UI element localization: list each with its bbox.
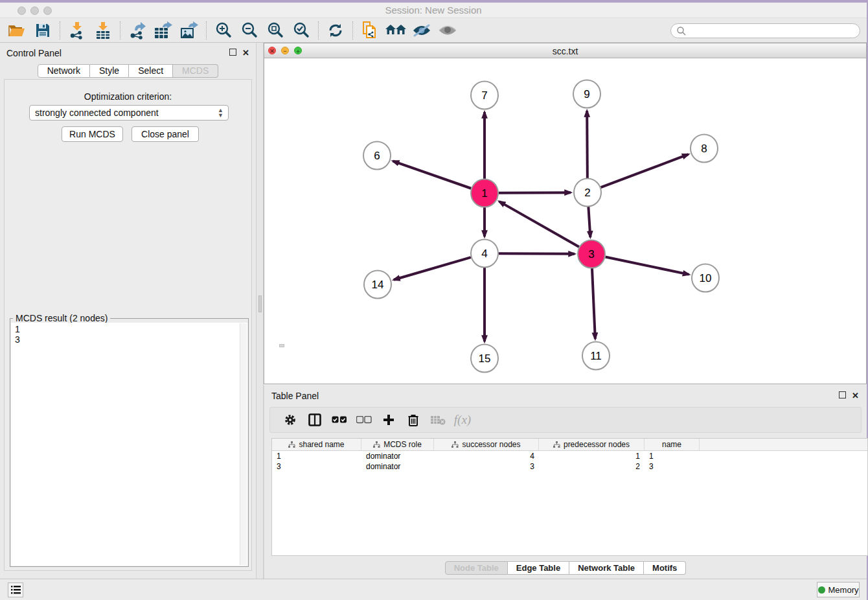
- homes-icon[interactable]: [383, 20, 409, 41]
- column-header-MCDS-role[interactable]: MCDS role: [361, 439, 434, 450]
- control-panel: Control Panel ✕ NetworkStyleSelectMCDS O…: [0, 43, 256, 579]
- edge-3-1[interactable]: [499, 202, 579, 247]
- table-row-0[interactable]: 1dominator411: [272, 451, 867, 461]
- tab-edge-table[interactable]: Edge Table: [508, 561, 569, 575]
- memory-status-icon: [818, 586, 825, 594]
- cell-name[interactable]: 3: [645, 461, 700, 472]
- network-window: ✕ − ＋ scc.txt 7968124314101511: [264, 43, 867, 384]
- node-label-2: 2: [584, 187, 590, 199]
- dropdown-stepper-icon: ▲▼: [218, 108, 223, 118]
- edge-1-6[interactable]: [393, 161, 472, 189]
- node-label-11: 11: [590, 350, 602, 362]
- horizontal-splitter-handle[interactable]: [279, 344, 284, 347]
- node-label-10: 10: [700, 272, 712, 284]
- column-header-shared-name[interactable]: shared name: [272, 439, 361, 450]
- save-icon[interactable]: [30, 20, 56, 41]
- edge-3-10[interactable]: [606, 257, 689, 275]
- export-network-icon[interactable]: [124, 20, 150, 41]
- tab-select[interactable]: Select: [129, 64, 173, 78]
- close-panel-icon[interactable]: ✕: [242, 48, 249, 58]
- column-label: MCDS role: [383, 440, 422, 449]
- show-eye-icon[interactable]: [435, 20, 461, 41]
- network-window-titlebar[interactable]: ✕ − ＋ scc.txt: [264, 43, 866, 58]
- delete-table-icon[interactable]: [426, 410, 450, 430]
- mcds-result-title: MCDS result (2 nodes): [13, 313, 110, 323]
- edge-4-3[interactable]: [499, 253, 575, 254]
- float-panel-icon[interactable]: [229, 48, 236, 58]
- edge-2-9[interactable]: [587, 111, 588, 178]
- split-columns-icon[interactable]: [303, 410, 327, 430]
- control-panel-tabs: NetworkStyleSelectMCDS: [0, 64, 256, 78]
- cell-name[interactable]: 1: [645, 451, 700, 461]
- node-label-8: 8: [701, 143, 707, 155]
- cell-predecessor-nodes[interactable]: 2: [539, 461, 645, 472]
- node-label-1: 1: [481, 187, 487, 200]
- tab-network-table[interactable]: Network Table: [569, 561, 644, 575]
- export-table-icon[interactable]: [150, 20, 176, 41]
- zoom-in-icon[interactable]: [211, 20, 236, 41]
- column-label: shared name: [299, 440, 344, 449]
- function-icon: f(x): [450, 410, 475, 430]
- zoom-out-icon[interactable]: [236, 20, 262, 41]
- open-folder-icon[interactable]: [4, 20, 30, 41]
- hide-eye-icon[interactable]: [409, 20, 435, 41]
- table-panel-tabs: Node TableEdge TableNetwork TableMotifs: [264, 561, 867, 575]
- cell-predecessor-nodes[interactable]: 1: [539, 451, 645, 461]
- cell-successor-nodes[interactable]: 4: [434, 451, 539, 461]
- node-label-7: 7: [481, 89, 487, 102]
- edge-4-14[interactable]: [394, 257, 471, 280]
- column-header-name[interactable]: name: [645, 439, 700, 450]
- cell-shared-name[interactable]: 3: [272, 461, 361, 472]
- run-mcds-button[interactable]: Run MCDS: [62, 126, 123, 142]
- import-network-icon[interactable]: [64, 20, 90, 41]
- close-panel-button[interactable]: Close panel: [131, 126, 199, 142]
- cell-successor-nodes[interactable]: 3: [434, 461, 539, 472]
- refresh-icon[interactable]: [323, 20, 348, 41]
- tab-node-table[interactable]: Node Table: [445, 561, 508, 575]
- zoom-selected-icon[interactable]: [288, 20, 314, 41]
- close-table-panel-icon[interactable]: ✕: [852, 391, 859, 400]
- edge-3-11[interactable]: [592, 268, 595, 339]
- edge-1-2[interactable]: [499, 192, 571, 193]
- table-panel: Table Panel ✕ f(x): [264, 386, 867, 579]
- column-label: predecessor nodes: [564, 440, 630, 449]
- criterion-dropdown[interactable]: strongly connected component ▲▼: [29, 105, 229, 121]
- import-table-icon[interactable]: [90, 20, 116, 41]
- tab-mcds[interactable]: MCDS: [173, 64, 218, 78]
- zoom-fit-icon[interactable]: [262, 20, 288, 41]
- float-table-panel-icon[interactable]: [839, 391, 846, 400]
- task-list-button[interactable]: [8, 583, 23, 597]
- delete-icon[interactable]: [401, 410, 426, 430]
- result-scrollbar[interactable]: [240, 323, 247, 565]
- network-graph-canvas[interactable]: 7968124314101511: [265, 58, 865, 382]
- column-label: successor nodes: [462, 440, 520, 449]
- deselect-all-icon[interactable]: [352, 410, 376, 430]
- tab-style[interactable]: Style: [90, 64, 129, 78]
- memory-button[interactable]: Memory: [817, 582, 860, 597]
- criterion-value: strongly connected component: [35, 108, 159, 118]
- column-header-predecessor-nodes[interactable]: predecessor nodes: [539, 439, 645, 450]
- copy-network-icon[interactable]: [357, 20, 383, 41]
- application-window: Session: New Session: [0, 3, 867, 600]
- tab-network[interactable]: Network: [38, 64, 90, 78]
- optimization-criterion-label: Optimization criterion:: [5, 91, 251, 102]
- search-field[interactable]: [670, 23, 860, 38]
- cell-shared-name[interactable]: 1: [272, 451, 361, 461]
- edge-2-3[interactable]: [588, 207, 590, 237]
- table-row-1[interactable]: 3dominator323: [272, 461, 867, 472]
- add-column-icon[interactable]: [376, 410, 401, 430]
- tab-motifs[interactable]: Motifs: [644, 561, 686, 575]
- settings-gear-icon[interactable]: [278, 410, 303, 430]
- vertical-splitter[interactable]: [256, 43, 264, 579]
- mcds-tab-content: Optimization criterion: strongly connect…: [4, 79, 252, 571]
- cell-MCDS-role[interactable]: dominator: [361, 451, 434, 461]
- node-table[interactable]: shared nameMCDS rolesuccessor nodesprede…: [271, 438, 868, 556]
- splitter-handle[interactable]: [258, 295, 262, 312]
- cell-MCDS-role[interactable]: dominator: [361, 461, 434, 472]
- select-all-icon[interactable]: [327, 410, 352, 430]
- export-image-icon[interactable]: [176, 20, 202, 41]
- search-input[interactable]: [687, 26, 849, 36]
- column-header-successor-nodes[interactable]: successor nodes: [434, 439, 539, 450]
- edge-2-8[interactable]: [601, 154, 689, 187]
- mcds-result-list[interactable]: 1 3: [11, 323, 247, 566]
